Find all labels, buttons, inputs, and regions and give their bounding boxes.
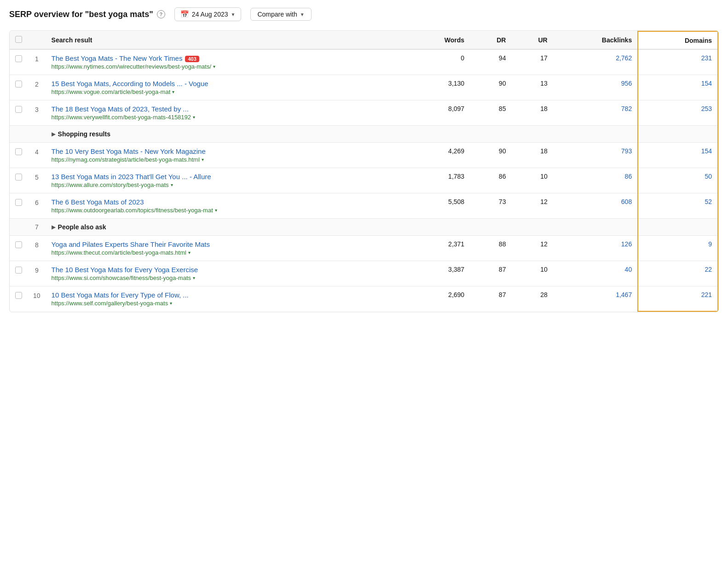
row-domains-cell[interactable]: 50 — [638, 168, 718, 193]
result-url: https://www.allure.com/story/best-yoga-m… — [52, 181, 401, 188]
row-dr-cell: 94 — [470, 49, 511, 75]
result-title-link[interactable]: The 6 Best Yoga Mats of 2023 — [52, 198, 144, 206]
row-ur-cell: 17 — [511, 49, 553, 75]
result-title: The 6 Best Yoga Mats of 2023 — [52, 198, 401, 206]
row-checkbox[interactable] — [15, 199, 22, 206]
row-backlinks-cell[interactable]: 40 — [553, 261, 638, 286]
expand-arrow-icon[interactable]: ▶ — [52, 224, 55, 230]
row-dr-cell: 90 — [470, 75, 511, 100]
result-title-link[interactable]: 13 Best Yoga Mats in 2023 That'll Get Yo… — [52, 173, 211, 181]
row-result-cell: 15 Best Yoga Mats, According to Models .… — [46, 75, 407, 100]
url-dropdown-arrow-icon[interactable]: ▾ — [171, 182, 173, 187]
row-checkbox[interactable] — [15, 106, 22, 113]
row-result-cell: The 10 Very Best Yoga Mats - New York Ma… — [46, 143, 407, 168]
row-dr-cell: 90 — [470, 143, 511, 168]
row-backlinks-cell[interactable]: 2,762 — [553, 49, 638, 75]
col-header-num — [28, 31, 46, 49]
col-header-words: Words — [407, 31, 470, 49]
url-dropdown-arrow-icon[interactable]: ▾ — [170, 301, 172, 306]
url-dropdown-arrow-icon[interactable]: ▾ — [188, 250, 191, 255]
row-domains-cell[interactable]: 253 — [638, 100, 718, 126]
special-check-cell — [10, 126, 28, 143]
row-num-cell: 2 — [28, 75, 46, 100]
result-url-text: https://www.outdoorgearlab.com/topics/fi… — [52, 207, 213, 214]
url-dropdown-arrow-icon[interactable]: ▾ — [193, 115, 195, 120]
col-header-backlinks: Backlinks — [553, 31, 638, 49]
row-words-cell: 8,097 — [407, 100, 470, 126]
row-backlinks-cell[interactable]: 86 — [553, 168, 638, 193]
result-url-text: https://www.verywellfit.com/best-yoga-ma… — [52, 114, 191, 121]
expand-arrow-icon[interactable]: ▶ — [52, 131, 55, 137]
special-num-cell: 7 — [28, 219, 46, 236]
row-num-cell: 8 — [28, 236, 46, 261]
help-icon[interactable]: ? — [157, 10, 165, 18]
row-check-cell — [10, 236, 28, 261]
row-checkbox[interactable] — [15, 174, 22, 181]
result-title-link[interactable]: Yoga and Pilates Experts Share Their Fav… — [52, 240, 210, 248]
result-title-link[interactable]: 15 Best Yoga Mats, According to Models .… — [52, 80, 208, 87]
row-backlinks-cell[interactable]: 126 — [553, 236, 638, 261]
row-backlinks-cell[interactable]: 608 — [553, 193, 638, 219]
row-words-cell: 2,371 — [407, 236, 470, 261]
result-title-link[interactable]: The 10 Very Best Yoga Mats - New York Ma… — [52, 147, 206, 155]
row-ur-cell: 12 — [511, 193, 553, 219]
result-title-link[interactable]: The 10 Best Yoga Mats for Every Yoga Exe… — [52, 266, 198, 274]
row-domains-cell[interactable]: 52 — [638, 193, 718, 219]
row-dr-cell: 85 — [470, 100, 511, 126]
url-dropdown-arrow-icon[interactable]: ▾ — [202, 157, 204, 162]
result-title: The 10 Very Best Yoga Mats - New York Ma… — [52, 147, 401, 155]
row-domains-cell[interactable]: 22 — [638, 261, 718, 286]
row-backlinks-cell[interactable]: 782 — [553, 100, 638, 126]
row-words-cell: 3,387 — [407, 261, 470, 286]
result-title-link[interactable]: The Best Yoga Mats - The New York Times — [52, 54, 183, 62]
status-badge: 403 — [185, 56, 199, 62]
row-checkbox[interactable] — [15, 55, 22, 62]
row-domains-cell[interactable]: 154 — [638, 75, 718, 100]
result-url-text: https://www.self.com/gallery/best-yoga-m… — [52, 300, 168, 307]
title-text: SERP overview for "best yoga mats" — [9, 10, 153, 19]
result-title: 15 Best Yoga Mats, According to Models .… — [52, 80, 401, 87]
row-num-cell: 4 — [28, 143, 46, 168]
compare-chevron: ▼ — [300, 12, 305, 17]
result-url: https://www.verywellfit.com/best-yoga-ma… — [52, 114, 401, 121]
url-dropdown-arrow-icon[interactable]: ▾ — [172, 89, 174, 94]
row-result-cell: The 10 Best Yoga Mats for Every Yoga Exe… — [46, 261, 407, 286]
row-num-cell: 9 — [28, 261, 46, 286]
row-domains-cell[interactable]: 231 — [638, 49, 718, 75]
row-domains-cell[interactable]: 9 — [638, 236, 718, 261]
row-words-cell: 2,690 — [407, 286, 470, 312]
url-dropdown-arrow-icon[interactable]: ▾ — [193, 275, 195, 280]
row-backlinks-cell[interactable]: 1,467 — [553, 286, 638, 312]
row-checkbox[interactable] — [15, 292, 22, 299]
row-dr-cell: 86 — [470, 168, 511, 193]
row-backlinks-cell[interactable]: 956 — [553, 75, 638, 100]
result-title-link[interactable]: 10 Best Yoga Mats for Every Type of Flow… — [52, 291, 189, 299]
special-label-cell: ▶Shopping results — [46, 126, 638, 143]
row-backlinks-cell[interactable]: 793 — [553, 143, 638, 168]
table-row: 1The Best Yoga Mats - The New York Times… — [10, 49, 718, 75]
row-words-cell: 3,130 — [407, 75, 470, 100]
url-dropdown-arrow-icon[interactable]: ▾ — [213, 64, 215, 69]
row-domains-cell[interactable]: 221 — [638, 286, 718, 312]
row-result-cell: The Best Yoga Mats - The New York Times4… — [46, 49, 407, 75]
url-dropdown-arrow-icon[interactable]: ▾ — [215, 208, 217, 213]
row-ur-cell: 10 — [511, 168, 553, 193]
row-ur-cell: 12 — [511, 236, 553, 261]
select-all-checkbox[interactable] — [15, 36, 22, 43]
compare-with-button[interactable]: Compare with ▼ — [250, 8, 311, 21]
row-dr-cell: 73 — [470, 193, 511, 219]
special-check-cell — [10, 219, 28, 236]
row-checkbox[interactable] — [15, 148, 22, 155]
row-domains-cell[interactable]: 154 — [638, 143, 718, 168]
row-result-cell: The 18 Best Yoga Mats of 2023, Tested by… — [46, 100, 407, 126]
row-result-cell: The 6 Best Yoga Mats of 2023https://www.… — [46, 193, 407, 219]
result-title-link[interactable]: The 18 Best Yoga Mats of 2023, Tested by… — [52, 105, 189, 113]
row-checkbox[interactable] — [15, 267, 22, 274]
special-num-cell — [28, 126, 46, 143]
row-checkbox[interactable] — [15, 241, 22, 248]
result-url-text: https://www.si.com/showcase/fitness/best… — [52, 274, 191, 281]
row-checkbox[interactable] — [15, 81, 22, 87]
date-picker[interactable]: 📅 24 Aug 2023 ▼ — [174, 7, 242, 21]
date-chevron: ▼ — [231, 12, 236, 17]
table-row: 7▶People also ask — [10, 219, 718, 236]
